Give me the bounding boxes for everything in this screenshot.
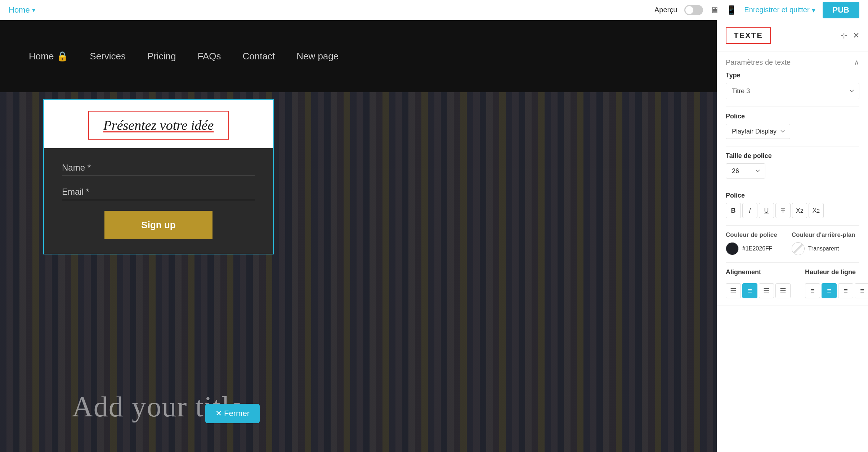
modal-card: Présentez votre idée Name * Email * Sign… [43, 99, 274, 254]
save-quit-button[interactable]: Enregistrer et quitter ▾ [744, 6, 815, 14]
close-icon[interactable]: ✕ [853, 31, 859, 40]
bold-button[interactable]: B [726, 203, 741, 218]
italic-button[interactable]: I [742, 203, 757, 218]
panel-header: TEXTE ⊹ ✕ [717, 20, 868, 51]
align-right-button[interactable]: ☰ [759, 283, 774, 298]
line-height-buttons: ≡ ≡ ≡ ≡ [805, 283, 868, 298]
font-color-swatch-row: #1E2026FF [726, 242, 777, 255]
name-field-container: Name * [62, 163, 255, 176]
nav-home[interactable]: Home 🔒 [29, 51, 68, 62]
align-label: Alignement [726, 268, 791, 276]
divider-1 [726, 107, 859, 107]
publish-button[interactable]: PUB [823, 2, 859, 18]
line-height-normal-button[interactable]: ≡ [822, 283, 837, 298]
modal-form-section: Name * Email * Sign up [44, 148, 273, 254]
divider-2 [726, 146, 859, 146]
align-justify-button[interactable]: ☰ [775, 283, 791, 298]
align-row: Alignement ☰ ≡ ☰ ☰ Hauteur de ligne ≡ ≡ [726, 268, 859, 298]
line-height-relaxed-button[interactable]: ≡ [838, 283, 853, 298]
top-bar-left: Home ▾ [9, 5, 35, 15]
font-group: Police Playfair Display [726, 113, 859, 139]
save-quit-chevron-icon: ▾ [812, 6, 815, 14]
email-label: Email * [62, 187, 255, 197]
font-color-item: Couleur de police #1E2026FF [726, 231, 777, 255]
sign-up-button[interactable]: Sign up [104, 211, 212, 239]
bg-color-swatch-row: Transparent [792, 242, 855, 255]
bg-color-value: Transparent [808, 245, 839, 252]
font-size-label: Taille de police [726, 152, 859, 160]
line-height-tight-button[interactable]: ≡ [805, 283, 820, 298]
bg-color-label: Couleur d'arrière-plan [792, 231, 855, 239]
align-buttons: ☰ ≡ ☰ ☰ [726, 283, 791, 298]
format-buttons: B I U T X2 X2 [726, 203, 859, 218]
mobile-icon[interactable]: 📱 [726, 5, 737, 15]
font-size-select[interactable]: 26 [726, 163, 765, 178]
police-format-label: Police [726, 192, 859, 199]
params-section-header: Paramètres de texte ∧ [717, 51, 868, 72]
divider-3 [726, 186, 859, 186]
apercu-toggle[interactable] [684, 5, 703, 15]
panel-header-actions: ⊹ ✕ [841, 31, 859, 40]
home-chevron-icon[interactable]: ▾ [32, 6, 35, 14]
divider-4 [726, 225, 859, 226]
save-quit-label: Enregistrer et quitter [744, 6, 809, 14]
fermer-button[interactable]: ✕ Fermer [205, 404, 260, 423]
police-label: Police [726, 113, 859, 120]
email-field-line [62, 200, 255, 200]
type-select[interactable]: Titre 3 [726, 83, 859, 99]
modal-title-box[interactable]: Présentez votre idée [88, 111, 229, 140]
email-field-container: Email * [62, 187, 255, 200]
nav-new-page[interactable]: New page [296, 51, 339, 62]
params-section: Paramètres de texte ∧ Type Titre 3 Polic… [717, 51, 868, 306]
nav-home-label: Home [29, 51, 54, 62]
underline-button[interactable]: U [759, 203, 774, 218]
font-color-label: Couleur de police [726, 231, 777, 239]
modal-title-text[interactable]: Présentez votre idée [103, 118, 214, 133]
type-group: Type Titre 3 [726, 72, 859, 99]
params-section-title: Paramètres de texte [726, 58, 791, 67]
nav-pricing[interactable]: Pricing [147, 51, 176, 62]
name-label: Name * [62, 163, 255, 173]
site-navigation: Home 🔒 Services Pricing FAQs Contact New… [0, 20, 717, 92]
color-row: Couleur de police #1E2026FF Couleur d'ar… [726, 231, 859, 255]
pin-icon[interactable]: ⊹ [841, 31, 847, 40]
canvas-area: Home 🔒 Services Pricing FAQs Contact New… [0, 20, 717, 452]
nav-faqs[interactable]: FAQs [198, 51, 221, 62]
line-height-loose-button[interactable]: ≡ [855, 283, 868, 298]
line-height-label: Hauteur de ligne [805, 268, 868, 276]
alignment-group: Alignement ☰ ≡ ☰ ☰ [726, 268, 791, 298]
bg-color-item: Couleur d'arrière-plan Transparent [792, 231, 855, 255]
nav-services[interactable]: Services [90, 51, 126, 62]
right-panel: TEXTE ⊹ ✕ Paramètres de texte ∧ Type Tit… [717, 20, 868, 452]
superscript-button[interactable]: X2 [809, 203, 824, 218]
modal-title-section: Présentez votre idée [44, 100, 273, 148]
main-area: Home 🔒 Services Pricing FAQs Contact New… [0, 20, 868, 452]
font-select-wrapper: Playfair Display [726, 124, 859, 139]
params-chevron-icon[interactable]: ∧ [854, 58, 859, 67]
font-color-swatch[interactable] [726, 242, 739, 255]
format-group: Police B I U T X2 X2 [726, 192, 859, 218]
strikethrough-button[interactable]: T [775, 203, 791, 218]
bg-color-swatch[interactable] [792, 242, 805, 255]
font-size-group: Taille de police 26 [726, 152, 859, 178]
font-color-value: #1E2026FF [742, 245, 773, 252]
divider-5 [726, 262, 859, 263]
nav-contact[interactable]: Contact [243, 51, 275, 62]
panel-title: TEXTE [734, 31, 763, 40]
type-label: Type [726, 72, 859, 79]
align-left-button[interactable]: ☰ [726, 283, 741, 298]
home-button[interactable]: Home [9, 5, 30, 15]
apercu-label: Aperçu [654, 6, 677, 14]
desktop-icon[interactable]: 🖥 [710, 5, 719, 15]
subscript-button[interactable]: X2 [792, 203, 807, 218]
top-bar-right: Aperçu 🖥 📱 Enregistrer et quitter ▾ PUB [654, 2, 859, 18]
name-field-line [62, 176, 255, 176]
panel-title-box: TEXTE [726, 27, 771, 44]
font-select[interactable]: Playfair Display [726, 124, 790, 139]
lock-icon: 🔒 [57, 51, 68, 62]
panel-content: Type Titre 3 Police Playfair Display [717, 72, 868, 306]
align-center-button[interactable]: ≡ [742, 283, 757, 298]
top-bar: Home ▾ Aperçu 🖥 📱 Enregistrer et quitter… [0, 0, 868, 20]
line-height-group: Hauteur de ligne ≡ ≡ ≡ ≡ [805, 268, 868, 298]
